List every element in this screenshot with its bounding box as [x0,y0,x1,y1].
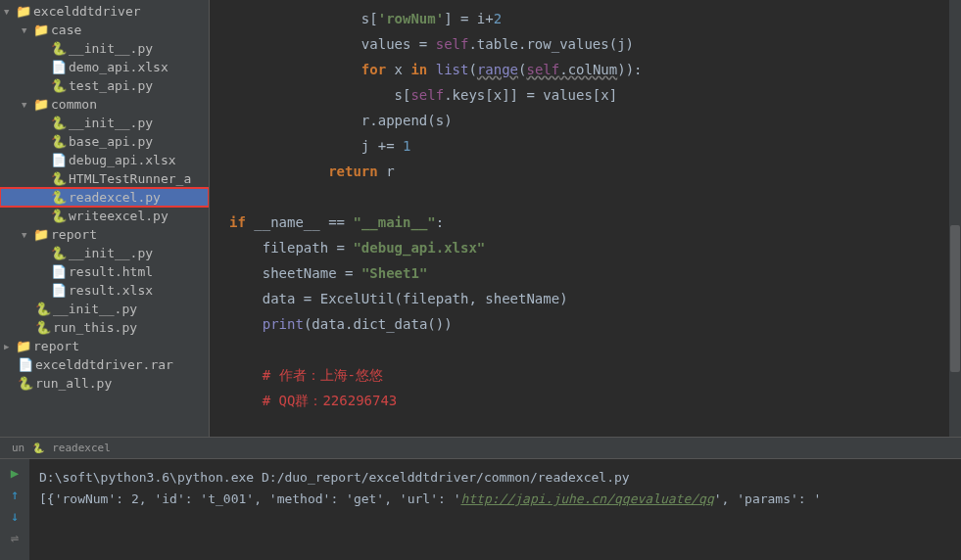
tree-file[interactable]: 📄result.html [0,262,209,281]
code-line[interactable]: for x in list(range(self.colNum)): [229,57,961,82]
folder-icon: 📁 [33,98,49,112]
tree-file[interactable]: 📄debug_api.xlsx [0,151,209,169]
code-line[interactable]: s['rowNum'] = i+2 [229,6,961,31]
tree-file[interactable]: 🐍base_api.py [0,132,209,151]
excel-file-icon: 📄 [51,284,67,298]
tree-file[interactable]: 🐍__init__.py [0,300,209,318]
tree-folder-common[interactable]: ▼📁common [0,95,209,114]
tree-file[interactable]: 🐍test_api.py [0,76,209,95]
python-file-icon: 🐍 [51,247,67,260]
chevron-down-icon[interactable]: ▼ [4,7,16,17]
code-line[interactable]: data = ExcelUtil(filepath, sheetName) [229,286,961,311]
code-line[interactable]: print(data.dict_data()) [229,311,961,337]
python-file-icon: 🐍 [51,135,67,149]
main-area: ▼📁excelddtdriver ▼📁case 🐍__init__.py 📄de… [0,0,961,437]
folder-icon: 📁 [16,5,31,19]
tree-label: readexcel.py [69,190,161,205]
scroll-up-icon[interactable]: ↑ [11,487,19,502]
chevron-down-icon[interactable]: ▼ [22,230,33,240]
tree-label: demo_api.xlsx [69,60,168,74]
tree-file[interactable]: 🐍__init__.py [0,39,209,58]
tree-folder-report[interactable]: ▼📁report [0,225,209,244]
chevron-down-icon[interactable]: ▼ [22,25,33,35]
excel-file-icon: 📄 [51,154,67,167]
tree-folder[interactable]: ▶📁report [0,337,209,355]
run-console-panel: un 🐍 readexcel ▶ ↑ ↓ ⇌ D:\soft\python3.6… [0,437,961,560]
python-file-icon: 🐍 [35,303,51,316]
tree-file[interactable]: 📄result.xlsx [0,281,209,300]
code-line[interactable]: s[self.keys[x]] = values[x] [229,82,961,108]
python-file-icon: 🐍 [51,191,67,205]
tree-file[interactable]: 🐍writeexcel.py [0,207,209,225]
tree-file[interactable]: 🐍run_all.py [0,374,209,393]
tree-label: result.xlsx [69,283,153,298]
console-url-link[interactable]: http://japi.juhe.cn/qqevaluate/qq [460,491,713,506]
code-line[interactable]: return r [229,159,961,184]
console-line: [{'rowNum': 2, 'id': 't_001', 'method': … [39,489,951,510]
tree-label: excelddtdriver.rar [35,357,173,372]
python-file-icon: 🐍 [18,377,33,391]
tree-label: run_all.py [35,376,112,391]
tree-label: result.html [69,264,153,279]
python-file-icon: 🐍 [51,210,67,223]
code-line[interactable] [229,184,961,210]
code-line[interactable]: r.append(s) [229,108,961,133]
console-gutter: ▶ ↑ ↓ ⇌ [0,459,29,560]
tree-file[interactable]: 🐍HTMLTestRunner_a [0,169,209,188]
console-body: ▶ ↑ ↓ ⇌ D:\soft\python3.6\python.exe D:/… [0,459,961,560]
python-file-icon: 🐍 [51,117,67,130]
tree-file[interactable]: 📄excelddtdriver.rar [0,355,209,374]
python-file-icon: 🐍 [51,79,67,93]
folder-icon: 📁 [16,340,31,353]
tree-label: __init__.py [69,41,153,56]
tree-label: test_api.py [69,78,153,93]
code-line[interactable]: if __name__ == "__main__": [229,210,961,235]
editor-scrollbar[interactable] [949,0,961,437]
console-tabs[interactable]: un 🐍 readexcel [0,438,961,459]
code-line[interactable] [229,337,961,362]
tree-label: HTMLTestRunner_a [69,171,191,186]
python-file-icon: 🐍 [51,172,67,186]
project-sidebar[interactable]: ▼📁excelddtdriver ▼📁case 🐍__init__.py 📄de… [0,0,210,437]
tree-file[interactable]: 🐍run_this.py [0,318,209,337]
tree-label: __init__.py [53,302,137,316]
folder-icon: 📁 [33,228,49,242]
console-line: D:\soft\python3.6\python.exe D:/duo_repo… [39,467,951,489]
tree-label: run_this.py [53,320,137,335]
tree-label: case [51,23,81,37]
scrollbar-thumb[interactable] [950,225,960,372]
tree-label: debug_api.xlsx [69,153,176,167]
code-line[interactable]: sheetName = "Sheet1" [229,260,961,286]
chevron-down-icon[interactable]: ▼ [22,100,33,110]
tree-file[interactable]: 🐍__init__.py [0,114,209,132]
code-line[interactable]: j += 1 [229,133,961,159]
tree-label: common [51,97,97,112]
tree-file[interactable]: 🐍__init__.py [0,244,209,262]
chevron-right-icon[interactable]: ▶ [4,342,16,351]
tree-label: report [51,227,97,242]
tree-label: report [33,339,79,353]
code-line[interactable]: # 作者：上海-悠悠 [229,362,961,388]
console-output[interactable]: D:\soft\python3.6\python.exe D:/duo_repo… [29,459,961,560]
code-editor[interactable]: s['rowNum'] = i+2 values = self.table.ro… [210,0,961,437]
code-line[interactable]: # QQ群：226296743 [229,388,961,413]
excel-file-icon: 📄 [51,61,67,74]
tree-label: excelddtdriver [33,4,141,19]
code-line[interactable]: filepath = "debug_api.xlsx" [229,235,961,260]
console-tab[interactable]: un [4,442,32,454]
tree-folder-case[interactable]: ▼📁case [0,21,209,39]
tree-label: writeexcel.py [69,209,168,223]
tree-label: base_api.py [69,134,153,149]
code-line[interactable]: values = self.table.row_values(j) [229,31,961,57]
rerun-icon[interactable]: ▶ [11,465,19,481]
file-tree[interactable]: ▼📁excelddtdriver ▼📁case 🐍__init__.py 📄de… [0,0,209,395]
tree-file-selected[interactable]: 🐍readexcel.py [0,188,209,207]
python-file-icon: 🐍 [51,42,67,56]
tree-root[interactable]: ▼📁excelddtdriver [0,2,209,21]
tree-file[interactable]: 📄demo_api.xlsx [0,58,209,76]
console-tab-active[interactable]: readexcel [44,442,119,454]
html-file-icon: 📄 [51,265,67,279]
python-icon: 🐍 [32,443,44,453]
scroll-down-icon[interactable]: ↓ [11,508,19,524]
wrap-icon[interactable]: ⇌ [11,530,19,545]
